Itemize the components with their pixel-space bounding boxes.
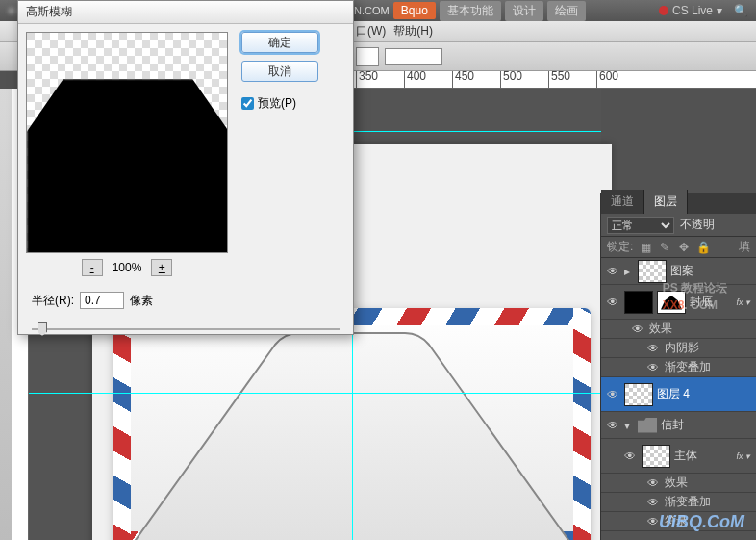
layer-effect[interactable]: 👁 内阴影 — [601, 339, 756, 358]
option-swatch[interactable] — [356, 47, 379, 66]
layer-effect[interactable]: 👁 渐变叠加 — [601, 358, 756, 377]
tick: 500 — [500, 71, 522, 89]
layer-thumb — [642, 445, 670, 468]
layer-row[interactable]: 👁 封底 fx ▾ — [601, 285, 756, 320]
cslive-label: CS Live — [672, 4, 713, 17]
zoom-out-button[interactable]: - — [82, 259, 103, 276]
workspace-design[interactable]: 设计 — [505, 1, 543, 21]
eye-icon[interactable]: 👁 — [645, 342, 661, 355]
folder-icon — [638, 418, 657, 433]
blend-mode-select[interactable]: 正常 — [607, 217, 674, 234]
lock-all-icon[interactable]: 🔒 — [696, 241, 710, 254]
slider-thumb[interactable] — [38, 322, 47, 336]
preview-shape — [27, 79, 228, 253]
tab-channels[interactable]: 通道 — [601, 190, 644, 214]
gaussian-blur-dialog: 高斯模糊 - 100% + 确定 取消 预览(P) 半径(R): 像素 — [17, 0, 354, 335]
radius-slider[interactable] — [32, 321, 340, 338]
layer-name: 图层 4 — [657, 386, 690, 402]
eye-icon[interactable]: 👁 — [605, 296, 620, 309]
layer-row[interactable]: 👁 主体 fx ▾ — [601, 439, 756, 474]
dialog-titlebar[interactable]: 高斯模糊 — [18, 1, 353, 24]
layer-thumb — [624, 383, 653, 406]
fill-label: 填 — [739, 239, 750, 255]
eye-icon[interactable]: 👁 — [605, 388, 620, 401]
tick: 400 — [404, 71, 426, 89]
collapse-icon[interactable]: ▾ — [624, 419, 634, 432]
effect-label: 内阴影 — [665, 340, 699, 356]
lock-move-icon[interactable]: ✥ — [677, 241, 691, 254]
lock-row: 锁定: ▦ ✎ ✥ 🔒 填 — [601, 237, 756, 258]
slider-track — [32, 328, 340, 330]
eye-icon[interactable]: 👁 — [605, 419, 620, 432]
layer-thumb — [638, 260, 667, 283]
workspace-bquo[interactable]: Bquo — [393, 2, 436, 19]
preview-label: 预览(P) — [258, 95, 296, 112]
preview-checkbox[interactable]: 预览(P) — [241, 95, 345, 112]
layer-effect[interactable]: 👁 符录 — [601, 512, 756, 531]
lock-brush-icon[interactable]: ✎ — [658, 241, 671, 254]
effect-label: 效果 — [649, 321, 672, 337]
layer-group[interactable]: 👁 ▾ 信封 — [601, 412, 756, 439]
cslive-button[interactable]: CS Live ▾ 🔍 — [659, 4, 748, 17]
tick: 350 — [356, 71, 378, 89]
panel-tabs: 通道 图层 — [601, 193, 756, 214]
layers-panel: 通道 图层 正常 不透明 锁定: ▦ ✎ ✥ 🔒 填 👁 ▸ 图案 👁 封底 f… — [600, 193, 756, 540]
workspace-basic[interactable]: 基本功能 — [440, 1, 501, 21]
layer-name: 图案 — [670, 263, 693, 279]
eye-icon[interactable]: 👁 — [645, 496, 661, 509]
zoom-in-button[interactable]: + — [151, 259, 172, 276]
collapse-icon[interactable]: ▸ — [624, 265, 634, 278]
radius-unit: 像素 — [130, 293, 153, 309]
effect-label: 符录 — [665, 513, 688, 529]
eye-icon[interactable]: 👁 — [645, 515, 661, 528]
layer-mask-thumb — [657, 291, 686, 314]
zoom-level: 100% — [113, 261, 142, 274]
effect-label: 渐变叠加 — [665, 359, 711, 375]
menu-help[interactable]: 帮助(H) — [393, 23, 433, 39]
workspace-paint[interactable]: 绘画 — [547, 1, 586, 21]
lock-transparency-icon[interactable]: ▦ — [639, 241, 652, 254]
eye-icon[interactable]: 👁 — [630, 322, 645, 336]
layer-name: 封底 — [690, 294, 713, 310]
radius-row: 半径(R): 像素 — [18, 284, 353, 317]
effect-label: 渐变叠加 — [665, 494, 711, 510]
layer-row[interactable]: 👁 ▸ 图案 — [601, 258, 756, 285]
eye-icon[interactable]: 👁 — [645, 361, 661, 374]
layer-effect[interactable]: 👁 渐变叠加 — [601, 493, 756, 512]
dialog-title: 高斯模糊 — [26, 4, 72, 20]
preview-checkbox-input[interactable] — [241, 97, 254, 110]
tab-layers[interactable]: 图层 — [644, 190, 688, 214]
chevron-down-icon: ▾ — [717, 4, 722, 17]
search-icon[interactable]: 🔍 — [734, 4, 748, 17]
layer-row-selected[interactable]: 👁 图层 4 — [601, 377, 756, 412]
layer-name: 信封 — [661, 417, 684, 433]
fx-badge[interactable]: fx ▾ — [736, 297, 750, 307]
eye-icon[interactable]: 👁 — [622, 450, 638, 463]
layer-options: 正常 不透明 — [601, 214, 756, 237]
tick: 550 — [548, 71, 570, 89]
toolbox[interactable] — [0, 89, 12, 540]
zoom-controls: - 100% + — [26, 259, 228, 276]
option-field[interactable] — [385, 48, 442, 65]
eye-icon[interactable]: 👁 — [605, 265, 620, 278]
stripe-right — [573, 308, 591, 540]
lock-label: 锁定: — [607, 239, 633, 255]
eye-icon[interactable]: 👁 — [645, 476, 661, 490]
stripe-left — [113, 308, 131, 540]
effect-label: 效果 — [665, 475, 688, 491]
layer-effect[interactable]: 👁 效果 — [601, 474, 756, 493]
filter-preview[interactable] — [26, 32, 228, 253]
guide-h2[interactable] — [29, 393, 601, 394]
ok-button[interactable]: 确定 — [241, 32, 318, 53]
cancel-button[interactable]: 取消 — [241, 61, 318, 82]
tick: 450 — [452, 71, 474, 89]
radius-input[interactable] — [80, 292, 124, 309]
opacity-label: 不透明 — [680, 217, 715, 233]
layer-name: 主体 — [674, 448, 697, 464]
cslive-dot-icon — [659, 6, 668, 15]
layers-list: 👁 ▸ 图案 👁 封底 fx ▾ 👁 效果 👁 内阴影 👁 渐变叠加 👁 图 — [601, 258, 756, 531]
menu-window[interactable]: 口(W) — [356, 23, 386, 39]
layer-thumb — [624, 291, 653, 314]
layer-effect[interactable]: 👁 效果 — [601, 320, 756, 339]
fx-badge[interactable]: fx ▾ — [736, 451, 750, 461]
